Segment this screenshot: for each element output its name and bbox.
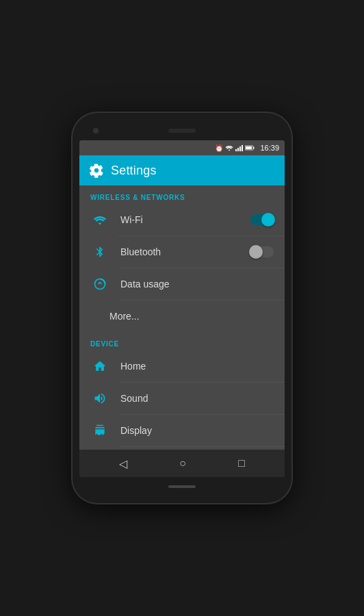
phone-frame: ⏰ [73, 113, 291, 503]
home-item[interactable]: Home [79, 350, 285, 382]
alarm-icon: ⏰ [215, 144, 223, 152]
phone-top-bar [79, 120, 285, 140]
sound-icon [90, 389, 109, 408]
status-bar: ⏰ [79, 140, 285, 155]
storage-item[interactable]: Storage [79, 447, 285, 450]
recents-nav-button[interactable]: □ [233, 452, 250, 475]
wifi-label: Wi-Fi [120, 214, 250, 225]
more-item[interactable]: More... [79, 300, 285, 332]
signal-icon [235, 144, 243, 151]
bluetooth-toggle[interactable] [250, 246, 274, 257]
header-title: Settings [111, 164, 157, 178]
settings-content: WIRELESS & NETWORKS Wi-Fi [79, 185, 285, 450]
phone-bottom [79, 477, 285, 496]
battery-status-icon [245, 144, 255, 151]
settings-header-icon [89, 163, 104, 178]
data-usage-label: Data usage [120, 279, 274, 290]
home-nav-button[interactable]: ○ [174, 452, 192, 475]
data-usage-item[interactable]: Data usage [79, 268, 285, 300]
wifi-icon [90, 210, 109, 229]
home-indicator [168, 485, 196, 488]
wifi-item[interactable]: Wi-Fi [79, 204, 285, 235]
status-time: 16:39 [260, 144, 279, 152]
bluetooth-item[interactable]: Bluetooth [79, 236, 285, 268]
section-device: DEVICE [79, 332, 285, 350]
wifi-toggle[interactable] [250, 214, 274, 225]
svg-rect-2 [246, 146, 252, 149]
wifi-toggle-thumb [261, 213, 275, 227]
data-usage-icon [90, 274, 109, 294]
wifi-status-icon [225, 144, 233, 151]
display-item[interactable]: Display [79, 415, 285, 446]
display-icon [90, 421, 109, 440]
display-label: Display [120, 425, 274, 436]
phone-screen: ⏰ [79, 140, 285, 477]
status-icons: ⏰ [215, 144, 255, 152]
home-icon [90, 357, 109, 376]
home-label: Home [120, 361, 274, 372]
nav-bar: ◁ ○ □ [79, 450, 285, 477]
front-camera [93, 128, 99, 133]
back-nav-button[interactable]: ◁ [114, 452, 133, 476]
more-label: More... [109, 311, 274, 322]
svg-rect-1 [253, 147, 255, 149]
phone-speaker [168, 129, 196, 133]
sound-item[interactable]: Sound [79, 383, 285, 414]
bluetooth-toggle-thumb [249, 245, 263, 259]
bluetooth-label: Bluetooth [120, 246, 250, 257]
bluetooth-icon [90, 242, 109, 261]
app-header: Settings [79, 155, 285, 185]
section-wireless-networks: WIRELESS & NETWORKS [79, 185, 285, 204]
sound-label: Sound [120, 393, 274, 404]
